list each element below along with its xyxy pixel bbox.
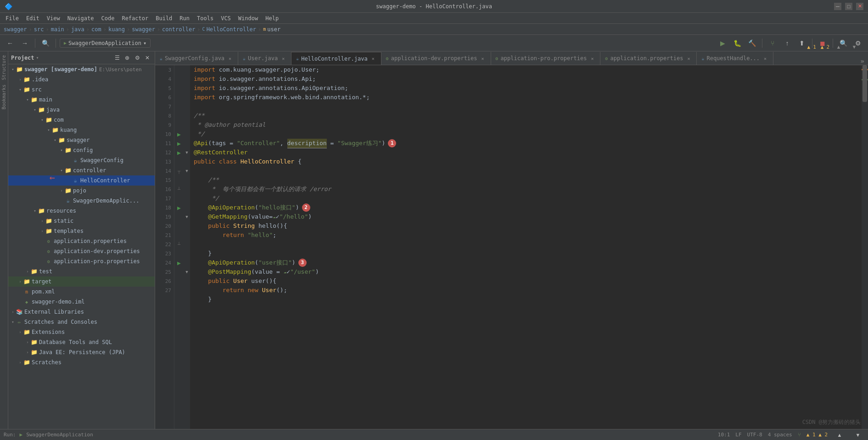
tree-swaggerconfig[interactable]: › ☕ SwaggerConfig (8, 155, 155, 165)
maximize-button[interactable]: □ (845, 3, 852, 10)
breadcrumb-kuang[interactable]: kuang (108, 26, 125, 33)
tab-app-dev[interactable]: ⚙ application-dev.properties ✕ (381, 52, 491, 65)
tab-user[interactable]: ☕ User.java ✕ (238, 52, 291, 65)
tree-static[interactable]: › 📁 static (8, 216, 155, 226)
tree-hellocontroller[interactable]: › ☕ HelloController (8, 175, 155, 186)
tab-overflow-button[interactable]: » (857, 57, 868, 65)
tree-pom[interactable]: › m pom.xml (8, 287, 155, 297)
debug-button[interactable]: 🐛 (731, 37, 744, 50)
breadcrumb-com[interactable]: com (91, 26, 101, 33)
git-button[interactable]: ⑂ (766, 37, 779, 50)
tree-config[interactable]: ▾ 📁 config (8, 145, 155, 155)
breadcrumb-main[interactable]: main (51, 26, 64, 33)
breadcrumb-src[interactable]: src (34, 26, 44, 33)
tab-swaggerconfig[interactable]: ☕ SwaggerConfig.java ✕ (155, 52, 238, 65)
tree-swaggerdemoapp[interactable]: › ☕ SwaggerDemoApplic... (8, 196, 155, 206)
menu-file[interactable]: File (2, 14, 22, 23)
structure-tab[interactable]: Structure (0, 53, 7, 82)
tab-app-pro-close[interactable]: ✕ (589, 55, 595, 62)
breadcrumb-hellocontroller[interactable]: C HelloController (202, 26, 256, 33)
tree-app-properties[interactable]: › ⚙ application.properties (8, 236, 155, 246)
menu-tools[interactable]: Tools (193, 14, 217, 23)
tree-target[interactable]: › 📁 target (8, 276, 155, 287)
tree-main[interactable]: ▾ 📁 main (8, 95, 155, 105)
close-button[interactable]: ✕ (856, 3, 863, 10)
update-button[interactable]: ↑ (781, 37, 794, 50)
build-button[interactable]: 🔨 (745, 37, 758, 50)
tab-requesthandle[interactable]: ☕ RequestHandle... ✕ (697, 52, 773, 65)
tree-extensions[interactable]: › 📁 Extensions (8, 327, 155, 337)
code-line-6: import org.springframework.web.bind.anno… (194, 93, 858, 102)
code-content[interactable]: import com.kuang.swagger.pojo.User; impo… (190, 65, 862, 429)
tree-root[interactable]: ▾ 📁 swagger [swagger-demo] E:\Users\pote… (8, 64, 155, 74)
forward-button[interactable]: → (18, 37, 31, 50)
tree-pojo[interactable]: › 📁 pojo (8, 186, 155, 196)
tree-external-libraries[interactable]: › 📚 External Libraries (8, 307, 155, 317)
tree-app-dev-properties[interactable]: › ⚙ application-dev.properties (8, 246, 155, 256)
tab-hellocontroller-close[interactable]: ✕ (370, 56, 376, 62)
tab-swaggerconfig-close[interactable]: ✕ (227, 55, 233, 62)
tree-src[interactable]: ▾ 📁 src (8, 85, 155, 95)
run-config-selector[interactable]: ▶ SwaggerDemoApplication ▾ (60, 39, 151, 48)
tree-iml[interactable]: › ◆ swagger-demo.iml (8, 297, 155, 307)
status-down-button[interactable]: ▼ (851, 429, 864, 440)
tab-app-close[interactable]: ✕ (685, 55, 692, 62)
gutter-icon-27 (174, 286, 184, 295)
tree-resources[interactable]: ▾ 📁 resources (8, 206, 155, 216)
tree-idea[interactable]: › 📁 .idea (8, 74, 155, 85)
tab-user-icon: ☕ (243, 56, 246, 61)
test-label: test (39, 268, 52, 275)
menu-vcs[interactable]: VCS (217, 14, 235, 23)
tree-com[interactable]: ▾ 📁 com (8, 115, 155, 125)
tab-user-close[interactable]: ✕ (280, 55, 286, 62)
code-editor[interactable]: 3 4 5 6 7 8 9 10 11 12 13 14 15 16 17 18… (155, 65, 868, 429)
tab-app-pro[interactable]: ⚙ application-pro.properties ✕ (491, 52, 601, 65)
tab-requesthandle-close[interactable]: ✕ (762, 55, 768, 62)
watermark: CSDN @努力搬砖的猪头 (802, 418, 861, 426)
breadcrumb-controller[interactable]: controller (162, 26, 195, 33)
tree-db-tools[interactable]: › 📁 Database Tools and SQL (8, 337, 155, 347)
minimize-button[interactable]: ─ (834, 3, 841, 10)
menu-run[interactable]: Run (176, 14, 193, 23)
menu-code[interactable]: Code (98, 14, 118, 23)
breadcrumb-java[interactable]: java (71, 26, 84, 33)
breadcrumb-swagger[interactable]: swagger (4, 26, 27, 33)
menu-navigate[interactable]: Navigate (64, 14, 98, 23)
back-button[interactable]: ← (4, 37, 17, 50)
menu-view[interactable]: View (43, 14, 64, 23)
close-sidebar-button[interactable]: ✕ (143, 53, 152, 62)
tree-java[interactable]: ▾ 📁 java (8, 105, 155, 115)
search-everywhere-button[interactable]: 🔍 (39, 37, 52, 50)
tab-app-dev-close[interactable]: ✕ (480, 55, 486, 62)
tree-controller[interactable]: ▾ 📁 controller (8, 165, 155, 175)
tree-swagger[interactable]: ▾ 📁 swagger (8, 135, 155, 145)
tree-scratches-and-consoles[interactable]: ▾ ✏ Scratches and Consoles (8, 317, 155, 327)
bookmarks-tab[interactable]: Bookmarks (0, 83, 7, 111)
sidebar-dropdown-icon[interactable]: ▾ (36, 55, 39, 60)
push-button[interactable]: ⬆ (795, 37, 808, 50)
run-button[interactable]: ▶ (716, 37, 729, 50)
tree-scratches[interactable]: › 📁 Scratches (8, 357, 155, 367)
tree-java-ee[interactable]: › 📁 Java EE: Persistence (JPA) (8, 347, 155, 357)
notif-down-button[interactable]: ▼ (848, 40, 861, 53)
menu-edit[interactable]: Edit (22, 14, 43, 23)
notif-up-button[interactable]: ▲ (832, 40, 845, 53)
tree-app-pro-properties[interactable]: › ⚙ application-pro.properties (8, 256, 155, 266)
locate-file-button[interactable]: ⊕ (123, 53, 132, 62)
fold-markers: ▼ ▼ ▼ ▼ (184, 65, 190, 429)
settings-sidebar-button[interactable]: ⚙ (133, 53, 142, 62)
menu-refactor[interactable]: Refactor (118, 14, 152, 23)
collapse-all-button[interactable]: ☰ (112, 53, 122, 62)
tree-kuang[interactable]: ▾ 📁 kuang (8, 125, 155, 135)
status-up-button[interactable]: ▲ (833, 429, 846, 440)
tab-hellocontroller[interactable]: ☕ HelloController.java ✕ (291, 52, 381, 65)
scrollbar-thumb[interactable] (862, 65, 867, 102)
tree-templates[interactable]: › 📁 templates (8, 226, 155, 236)
tab-app[interactable]: ⚙ application.properties ✕ (600, 52, 697, 65)
status-right: 10:1 LF UTF-8 4 spaces ⑂ ▲ 1 ▲ 2 ▲ ▼ (718, 429, 864, 440)
breadcrumb-swagger2[interactable]: swagger (132, 26, 155, 33)
menu-window[interactable]: Window (235, 14, 262, 23)
menu-help[interactable]: Help (262, 14, 282, 23)
tree-test[interactable]: › 📁 test (8, 266, 155, 276)
menu-build[interactable]: Build (152, 14, 176, 23)
